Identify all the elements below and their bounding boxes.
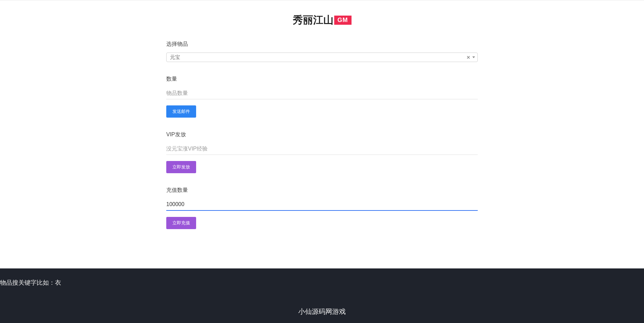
select-item-group: 选择物品 元宝 ✕ xyxy=(166,41,478,62)
grant-now-button[interactable]: 立即发放 xyxy=(166,161,196,173)
recharge-amount-label: 充值数量 xyxy=(166,187,478,194)
vip-grant-label: VIP发放 xyxy=(166,131,478,138)
quantity-label: 数量 xyxy=(166,76,478,83)
recharge-now-button[interactable]: 立即充值 xyxy=(166,217,196,229)
quantity-group: 数量 发送邮件 xyxy=(166,76,478,118)
recharge-amount-input[interactable] xyxy=(166,199,478,211)
gm-badge: GM xyxy=(334,16,352,25)
vip-grant-input[interactable] xyxy=(166,143,478,155)
vip-grant-group: VIP发放 立即发放 xyxy=(166,131,478,173)
send-mail-button[interactable]: 发送邮件 xyxy=(166,105,196,118)
title-text: 秀丽江山 xyxy=(293,13,334,27)
select-item-label: 选择物品 xyxy=(166,41,478,48)
form-container: 选择物品 元宝 ✕ 数量 发送邮件 VIP发放 立即发放 xyxy=(166,41,478,256)
select-clear-icon[interactable]: ✕ xyxy=(467,55,470,60)
footer: 物品搜关键字比如：衣 小仙源码网游戏 xyxy=(0,268,644,323)
page-title: 秀丽江山 GM xyxy=(0,13,644,27)
select-item-control[interactable]: 元宝 ✕ xyxy=(166,53,478,62)
footer-brand: 小仙源码网游戏 xyxy=(0,307,644,316)
chevron-down-icon[interactable] xyxy=(472,57,475,58)
select-item-value[interactable]: 元宝 xyxy=(166,53,478,62)
footer-hint: 物品搜关键字比如：衣 xyxy=(0,279,644,287)
recharge-group: 充值数量 立即充值 xyxy=(166,187,478,229)
quantity-input[interactable] xyxy=(166,87,478,99)
